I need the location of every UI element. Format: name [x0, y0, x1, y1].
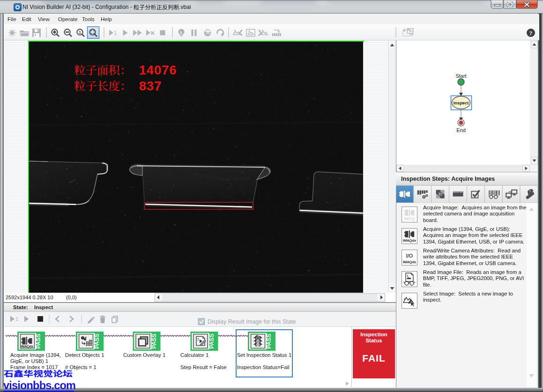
svg-text:IMAQdx: IMAQdx	[403, 260, 417, 264]
svg-text:?: ?	[529, 30, 533, 37]
svg-text:IMAQdx: IMAQdx	[21, 345, 34, 348]
svg-text:PASS: PASS	[208, 334, 215, 349]
svg-text:1: 1	[114, 30, 117, 37]
svg-text:visionbbs.com: visionbbs.com	[3, 379, 75, 392]
svg-text:I/O: I/O	[406, 253, 413, 259]
svg-text:1: 1	[79, 30, 81, 35]
svg-text:PASS: PASS	[94, 334, 100, 349]
svg-text:PASS: PASS	[35, 334, 42, 349]
svg-text:End: End	[456, 127, 466, 133]
svg-text:837: 837	[139, 79, 162, 93]
svg-text:IMAQdx: IMAQdx	[403, 238, 417, 243]
svg-text:Start: Start	[455, 73, 466, 79]
svg-text:14076: 14076	[139, 63, 177, 77]
svg-text:IMAQ: IMAQ	[404, 216, 415, 221]
svg-text:PASS: PASS	[266, 334, 272, 349]
svg-text:Inspect: Inspect	[454, 101, 469, 105]
svg-text:PASS: PASS	[151, 334, 157, 349]
svg-text:Display Result Image for this: Display Result Image for this State	[208, 318, 296, 325]
svg-text:1: 1	[15, 316, 18, 322]
